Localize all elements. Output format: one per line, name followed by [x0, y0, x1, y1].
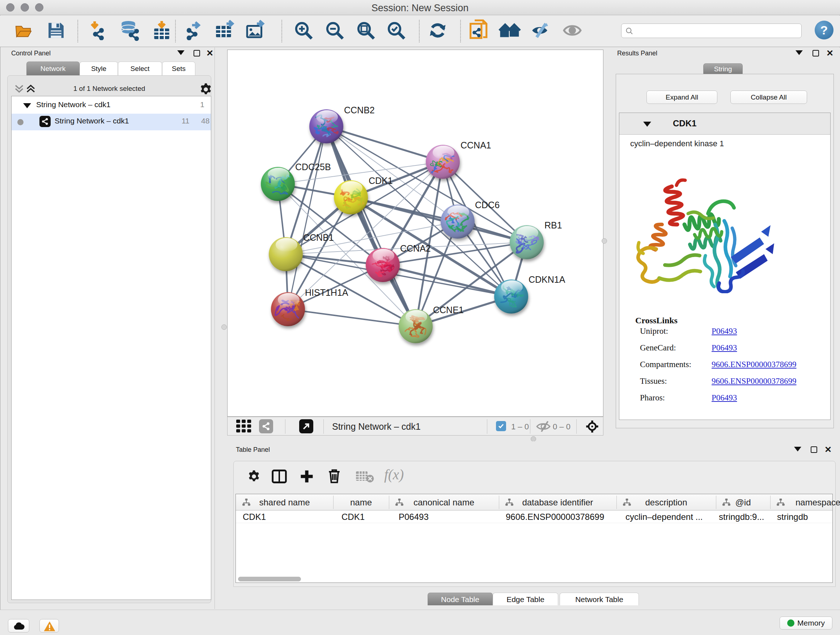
svg-text:CDC25B: CDC25B	[295, 162, 331, 172]
svg-text:CCNB2: CCNB2	[344, 105, 375, 115]
svg-text:CCNA2: CCNA2	[400, 243, 431, 253]
svg-text:CCNE1: CCNE1	[433, 305, 464, 315]
svg-text:CDK1: CDK1	[369, 176, 393, 186]
svg-text:RB1: RB1	[545, 220, 562, 230]
svg-text:CDKN1A: CDKN1A	[529, 274, 565, 285]
svg-text:CDC6: CDC6	[475, 200, 500, 210]
svg-text:HIST1H1A: HIST1H1A	[305, 287, 348, 298]
svg-text:CCNA1: CCNA1	[461, 140, 491, 150]
svg-text:CCNB1: CCNB1	[303, 233, 334, 242]
